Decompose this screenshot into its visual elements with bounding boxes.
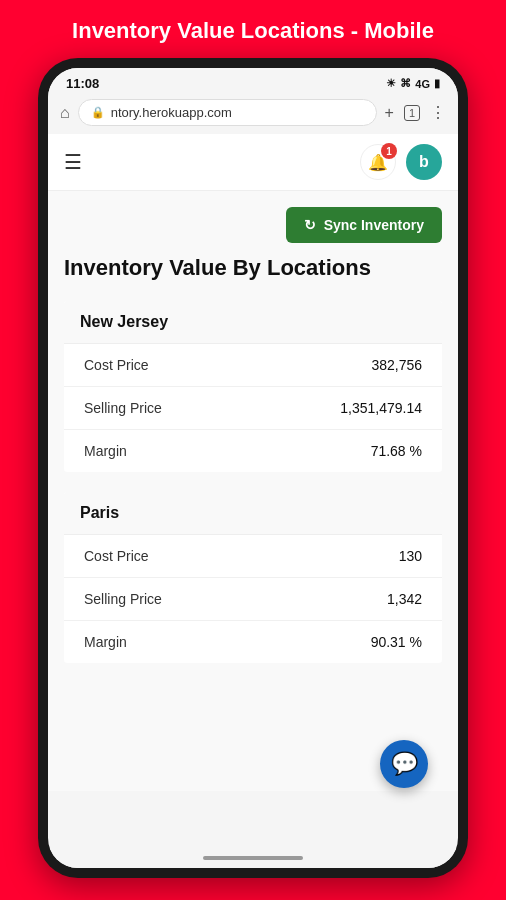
status-icons: ☀ ⌘ 4G ▮ (386, 77, 440, 90)
row-value-1-1: 1,342 (387, 591, 422, 607)
location-name-0: New Jersey (64, 301, 442, 344)
data-icon: 4G (415, 78, 430, 90)
home-icon[interactable]: ⌂ (60, 104, 70, 122)
new-tab-icon[interactable]: + (385, 104, 394, 122)
location-section-0: New Jersey Cost Price 382,756 Selling Pr… (64, 301, 442, 472)
row-label-0-2: Margin (84, 443, 127, 459)
row-label-1-0: Cost Price (84, 548, 149, 564)
row-label-0-1: Selling Price (84, 400, 162, 416)
fab-button[interactable]: 💬 (380, 740, 428, 788)
row-value-1-2: 90.31 % (371, 634, 422, 650)
notification-button[interactable]: 🔔 1 (360, 144, 396, 180)
location-name-1: Paris (64, 492, 442, 535)
browser-actions: + 1 ⋮ (385, 103, 446, 122)
data-row-1-2: Margin 90.31 % (64, 621, 442, 663)
data-row-0-2: Margin 71.68 % (64, 430, 442, 472)
data-row-0-0: Cost Price 382,756 (64, 344, 442, 387)
battery-icon: ▮ (434, 77, 440, 90)
header-actions: 🔔 1 b (360, 144, 442, 180)
content-wrapper: ☰ 🔔 1 b ↻ Sync Inventory Inven (48, 134, 458, 848)
data-row-0-1: Selling Price 1,351,479.14 (64, 387, 442, 430)
lock-icon: 🔒 (91, 106, 105, 119)
phone-frame: 11:08 ☀ ⌘ 4G ▮ ⌂ 🔒 ntory.herokuapp.com +… (38, 58, 468, 878)
menu-icon[interactable]: ⋮ (430, 103, 446, 122)
data-row-1-0: Cost Price 130 (64, 535, 442, 578)
app-header: ☰ 🔔 1 b (48, 134, 458, 191)
sync-btn-row: ↻ Sync Inventory (64, 207, 442, 243)
row-label-1-1: Selling Price (84, 591, 162, 607)
row-value-1-0: 130 (399, 548, 422, 564)
sync-inventory-button[interactable]: ↻ Sync Inventory (286, 207, 442, 243)
user-avatar[interactable]: b (406, 144, 442, 180)
sync-icon: ↻ (304, 217, 316, 233)
main-content: ↻ Sync Inventory Inventory Value By Loca… (48, 191, 458, 791)
row-value-0-1: 1,351,479.14 (340, 400, 422, 416)
sync-button-label: Sync Inventory (324, 217, 424, 233)
location-section-1: Paris Cost Price 130 Selling Price 1,342… (64, 492, 442, 663)
row-label-1-2: Margin (84, 634, 127, 650)
row-value-0-2: 71.68 % (371, 443, 422, 459)
signal-icon: ☀ (386, 77, 396, 90)
notification-badge: 1 (381, 143, 397, 159)
page-title: Inventory Value Locations - Mobile (62, 0, 444, 58)
url-text: ntory.herokuapp.com (111, 105, 232, 120)
status-time: 11:08 (66, 76, 99, 91)
hamburger-icon[interactable]: ☰ (64, 150, 82, 174)
phone-bottom (48, 848, 458, 868)
data-row-1-1: Selling Price 1,342 (64, 578, 442, 621)
bottom-bar (203, 856, 303, 860)
status-bar: 11:08 ☀ ⌘ 4G ▮ (48, 68, 458, 95)
tab-count-icon[interactable]: 1 (404, 105, 420, 121)
url-bar[interactable]: 🔒 ntory.herokuapp.com (78, 99, 377, 126)
wifi-icon: ⌘ (400, 77, 411, 90)
row-value-0-0: 382,756 (371, 357, 422, 373)
browser-bar: ⌂ 🔒 ntory.herokuapp.com + 1 ⋮ (48, 95, 458, 134)
phone-screen: 11:08 ☀ ⌘ 4G ▮ ⌂ 🔒 ntory.herokuapp.com +… (48, 68, 458, 868)
page-heading: Inventory Value By Locations (64, 255, 442, 281)
row-label-0-0: Cost Price (84, 357, 149, 373)
